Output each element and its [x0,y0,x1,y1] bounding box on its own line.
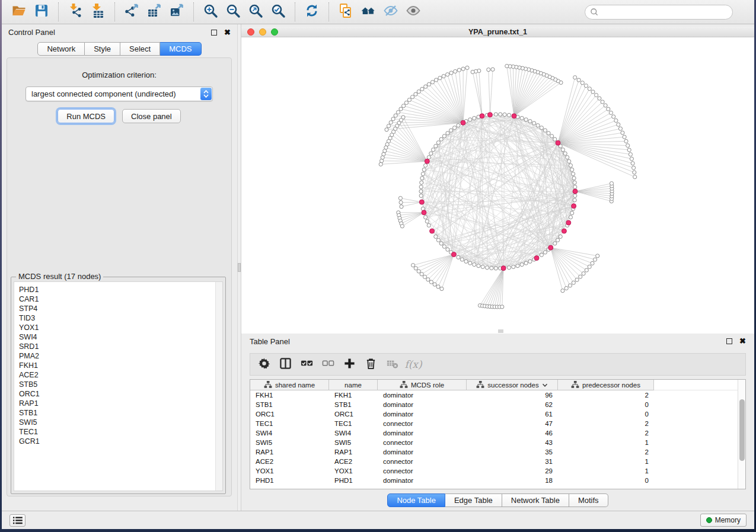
cell-predecessor-nodes[interactable]: 2 [558,392,654,399]
mcds-result-item[interactable]: SWI5 [19,418,222,427]
column-header-name[interactable]: name [329,380,378,390]
optimization-criterion-select[interactable]: largest connected component (undirected) [25,86,213,101]
column-header-successor-nodes[interactable]: successor nodes [467,380,558,390]
cell-name[interactable]: PHD1 [329,477,378,484]
cell-MCDS-role[interactable]: dominator [378,392,467,399]
mcds-result-item[interactable]: STP4 [19,304,222,313]
cell-successor-nodes[interactable]: 35 [467,448,558,456]
search-input[interactable] [585,5,733,20]
cell-shared-name[interactable]: FKH1 [250,392,329,399]
cell-shared-name[interactable]: YOX1 [250,467,329,475]
tab-network-table[interactable]: Network Table [502,493,569,507]
cell-successor-nodes[interactable]: 61 [467,411,558,418]
network-graph[interactable] [241,37,754,334]
cell-MCDS-role[interactable]: dominator [378,448,467,456]
close-panel-icon[interactable]: ✖ [224,30,231,36]
cell-predecessor-nodes[interactable]: 0 [558,401,654,408]
close-table-panel-icon[interactable]: ✖ [739,338,746,344]
mcds-result-item[interactable]: STB5 [19,380,222,389]
first-neighbors-button[interactable] [358,3,378,21]
cell-predecessor-nodes[interactable]: 1 [558,458,654,465]
cell-name[interactable]: SWI5 [329,439,378,446]
tab-motifs[interactable]: Motifs [569,493,608,507]
mcds-result-item[interactable]: TEC1 [19,427,222,437]
save-session-button[interactable] [31,3,52,21]
import-network-button[interactable] [65,3,85,21]
memory-button[interactable]: Memory [700,514,747,527]
cell-name[interactable]: SWI4 [329,430,378,437]
deselect-all-button[interactable] [317,355,339,373]
cell-MCDS-role[interactable]: dominator [378,411,467,418]
table-row-SWI5[interactable]: SWI5SWI5connector431 [250,438,738,447]
cell-name[interactable]: ORC1 [329,411,378,418]
mcds-result-item[interactable]: YOX1 [19,323,222,332]
mcds-result-item[interactable]: GCR1 [19,437,222,446]
network-window-titlebar[interactable]: YPA_prune.txt_1 [241,27,754,37]
canvas-splitter-handle[interactable] [498,329,503,333]
cell-name[interactable]: STB1 [329,401,378,408]
cell-MCDS-role[interactable]: connector [378,439,467,446]
mcds-result-item[interactable]: PMA2 [19,351,222,361]
cell-predecessor-nodes[interactable]: 2 [558,420,654,427]
table-row-TEC1[interactable]: TEC1TEC1connector472 [250,419,738,428]
clone-network-button[interactable] [336,3,356,21]
mcds-result-item[interactable]: SRD1 [19,342,222,351]
select-all-button[interactable] [296,355,317,373]
splitter-handle[interactable] [238,263,241,272]
export-table-button[interactable] [144,3,164,21]
table-row-SWI4[interactable]: SWI4SWI4dominator462 [250,428,738,438]
mcds-result-item[interactable]: CAR1 [19,294,222,304]
tab-select[interactable]: Select [120,42,160,56]
tab-node-table[interactable]: Node Table [387,493,445,507]
cell-predecessor-nodes[interactable]: 1 [558,467,654,475]
cell-successor-nodes[interactable]: 62 [467,401,558,408]
cell-successor-nodes[interactable]: 29 [467,467,558,475]
cell-shared-name[interactable]: PHD1 [250,477,329,484]
cell-MCDS-role[interactable]: dominator [378,477,467,484]
table-row-ACE2[interactable]: ACE2ACE2connector311 [250,457,738,466]
mcds-result-item[interactable]: TID3 [19,313,222,323]
tab-mcds[interactable]: MCDS [160,42,201,56]
float-table-panel-icon[interactable] [726,338,732,344]
tab-edge-table[interactable]: Edge Table [445,493,502,507]
cell-MCDS-role[interactable]: connector [378,458,467,465]
export-image-button[interactable] [167,3,187,21]
mcds-result-item[interactable]: PHD1 [19,285,222,294]
cell-shared-name[interactable]: RAP1 [250,448,329,456]
cell-name[interactable]: FKH1 [329,392,378,399]
table-row-FKH1[interactable]: FKH1FKH1dominator962 [250,390,738,400]
cell-successor-nodes[interactable]: 18 [467,477,558,484]
mcds-result-item[interactable]: ACE2 [19,370,222,380]
delete-column-button[interactable] [360,355,381,373]
zoom-out-button[interactable] [223,3,243,21]
close-panel-button[interactable]: Close panel [122,109,181,123]
cell-successor-nodes[interactable]: 96 [467,392,558,399]
import-table-button[interactable] [88,3,108,21]
cell-predecessor-nodes[interactable]: 0 [558,477,654,484]
refresh-layout-button[interactable] [302,3,322,21]
network-canvas[interactable] [241,37,754,334]
settings-button[interactable] [253,355,275,373]
export-network-button[interactable] [122,3,142,21]
window-minimize-button[interactable] [259,28,266,36]
run-mcds-button[interactable]: Run MCDS [58,109,114,123]
chevron-down-icon[interactable] [542,382,548,389]
cell-shared-name[interactable]: ACE2 [250,458,329,465]
hide-selected-button[interactable] [381,3,401,21]
show-all-button[interactable] [403,3,423,21]
cell-shared-name[interactable]: SWI5 [250,439,329,446]
cell-successor-nodes[interactable]: 47 [467,420,558,427]
column-header-MCDS-role[interactable]: MCDS role [378,380,467,390]
cell-name[interactable]: TEC1 [329,420,378,427]
panel-splitter[interactable] [237,24,241,511]
cell-name[interactable]: YOX1 [329,467,378,475]
window-close-button[interactable] [247,28,254,36]
cell-MCDS-role[interactable]: connector [378,420,467,427]
zoom-in-button[interactable] [200,3,221,21]
column-header-shared-name[interactable]: shared name [250,380,329,390]
cell-successor-nodes[interactable]: 31 [467,458,558,465]
cell-successor-nodes[interactable]: 46 [467,430,558,437]
table-row-STB1[interactable]: STB1STB1dominator620 [250,400,738,409]
mcds-result-item[interactable]: SWI4 [19,332,222,342]
window-zoom-button[interactable] [271,28,278,36]
